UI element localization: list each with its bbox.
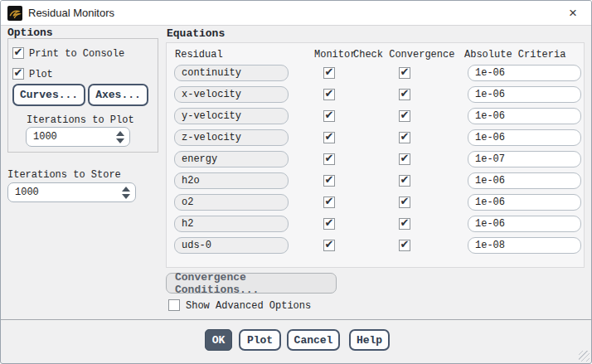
monitor-checkbox[interactable]: ✔ xyxy=(323,240,335,251)
curves-button[interactable]: Curves... xyxy=(12,84,85,106)
plot-option-label: Plot xyxy=(29,69,53,80)
check-icon: ✔ xyxy=(325,153,334,163)
equations-panel: Residual Monitor Check Convergence Absol… xyxy=(166,42,585,268)
residual-name-field: x-velocity xyxy=(174,86,289,103)
equation-row: energy✔✔ xyxy=(167,151,584,167)
equations-group-label: Equations xyxy=(167,27,225,40)
close-icon[interactable]: × xyxy=(561,3,585,23)
residual-name-field: energy xyxy=(174,151,289,167)
check-convergence-checkbox[interactable]: ✔ xyxy=(399,89,410,100)
spin-down-icon[interactable] xyxy=(122,194,130,199)
iterations-to-store-label: Iterations to Store xyxy=(7,169,121,181)
equation-row: uds-0✔✔ xyxy=(167,237,584,254)
check-convergence-checkbox[interactable]: ✔ xyxy=(399,240,410,251)
iterations-to-store-spinner xyxy=(7,182,136,202)
iterations-to-store-input[interactable] xyxy=(8,187,120,198)
monitor-checkbox[interactable]: ✔ xyxy=(323,67,335,79)
residual-monitors-dialog: Residual Monitors × Options ✔ Print to C… xyxy=(0,0,592,364)
residual-name-field: h2o xyxy=(174,172,289,189)
equation-row: h2o✔✔ xyxy=(167,172,584,189)
check-convergence-checkbox[interactable]: ✔ xyxy=(399,153,410,165)
print-to-console-checkbox[interactable]: ✔ xyxy=(12,47,24,59)
show-advanced-options-label: Show Advanced Options xyxy=(186,300,311,312)
residual-name-field: h2 xyxy=(174,216,289,232)
check-icon: ✔ xyxy=(325,109,334,120)
check-icon: ✔ xyxy=(325,131,334,142)
check-icon: ✔ xyxy=(400,239,410,250)
monitor-checkbox[interactable]: ✔ xyxy=(323,132,335,143)
absolute-criteria-input[interactable] xyxy=(468,151,581,167)
absolute-criteria-input[interactable] xyxy=(468,65,581,81)
check-convergence-checkbox[interactable]: ✔ xyxy=(399,197,410,208)
fluent-logo-icon xyxy=(7,6,22,21)
spin-down-icon[interactable] xyxy=(116,138,124,143)
monitor-checkbox[interactable]: ✔ xyxy=(323,110,335,122)
absolute-criteria-input[interactable] xyxy=(468,86,581,103)
check-icon: ✔ xyxy=(325,88,334,99)
absolute-criteria-input[interactable] xyxy=(468,216,581,232)
ok-button[interactable]: OK xyxy=(205,329,232,351)
absolute-criteria-input[interactable] xyxy=(468,129,581,146)
equation-row: x-velocity✔✔ xyxy=(167,86,584,103)
options-group-label: Options xyxy=(7,27,53,39)
spin-up-icon[interactable] xyxy=(122,187,130,192)
cancel-button[interactable]: Cancel xyxy=(287,329,340,351)
convergence-conditions-button[interactable]: Convergence Conditions... xyxy=(166,273,337,294)
iterations-to-plot-spinner xyxy=(26,127,130,147)
check-convergence-checkbox[interactable]: ✔ xyxy=(399,218,410,230)
iterations-to-plot-label: Iterations to Plot xyxy=(27,114,134,126)
residual-name-field: o2 xyxy=(174,194,289,211)
show-advanced-options-checkbox[interactable]: ✔ xyxy=(168,299,180,311)
check-icon: ✔ xyxy=(325,174,334,185)
print-to-console-label: Print to Console xyxy=(29,48,124,60)
residual-name-field: y-velocity xyxy=(174,108,289,124)
plot-button[interactable]: Plot xyxy=(239,329,281,351)
equation-row: y-velocity✔✔ xyxy=(167,108,584,124)
check-icon: ✔ xyxy=(400,174,410,185)
check-icon: ✔ xyxy=(325,217,334,228)
plot-checkbox[interactable]: ✔ xyxy=(12,68,24,80)
equation-row: z-velocity✔✔ xyxy=(167,129,584,146)
absolute-criteria-input[interactable] xyxy=(468,172,581,189)
residual-name-field: uds-0 xyxy=(174,237,289,254)
monitor-checkbox[interactable]: ✔ xyxy=(323,153,335,165)
spinner-arrows xyxy=(114,131,129,143)
check-icon: ✔ xyxy=(325,239,334,250)
check-icon: ✔ xyxy=(400,131,410,142)
check-icon: ✔ xyxy=(400,88,410,99)
check-icon: ✔ xyxy=(400,153,410,163)
resize-grip[interactable] xyxy=(579,351,590,362)
residual-name-field: continuity xyxy=(174,65,289,81)
check-icon: ✔ xyxy=(325,66,334,77)
window-title: Residual Monitors xyxy=(28,7,114,19)
spinner-arrows xyxy=(120,187,135,199)
check-convergence-checkbox[interactable]: ✔ xyxy=(399,132,410,143)
absolute-criteria-input[interactable] xyxy=(468,194,581,211)
check-icon: ✔ xyxy=(400,217,410,228)
absolute-criteria-input[interactable] xyxy=(468,237,581,254)
check-icon: ✔ xyxy=(325,196,334,206)
check-icon: ✔ xyxy=(400,66,410,77)
check-convergence-checkbox[interactable]: ✔ xyxy=(399,110,410,122)
absolute-criteria-input[interactable] xyxy=(468,108,581,124)
check-convergence-checkbox[interactable]: ✔ xyxy=(399,175,410,187)
monitor-checkbox[interactable]: ✔ xyxy=(323,89,335,100)
axes-button[interactable]: Axes... xyxy=(88,84,148,106)
monitor-checkbox[interactable]: ✔ xyxy=(323,197,335,208)
equation-row: continuity✔✔ xyxy=(167,65,584,81)
title-bar: Residual Monitors × xyxy=(1,1,591,26)
check-convergence-checkbox[interactable]: ✔ xyxy=(399,67,410,79)
iterations-to-plot-input[interactable] xyxy=(27,131,114,143)
residual-name-field: z-velocity xyxy=(174,129,289,146)
check-icon: ✔ xyxy=(14,46,23,57)
monitor-checkbox[interactable]: ✔ xyxy=(323,218,335,230)
check-icon: ✔ xyxy=(400,109,410,120)
monitor-checkbox[interactable]: ✔ xyxy=(323,175,335,187)
equation-row: o2✔✔ xyxy=(167,194,584,211)
equation-row: h2✔✔ xyxy=(167,216,584,232)
check-icon: ✔ xyxy=(400,196,410,206)
footer-divider xyxy=(1,319,591,320)
spin-up-icon[interactable] xyxy=(116,131,124,136)
check-icon: ✔ xyxy=(14,67,23,78)
help-button[interactable]: Help xyxy=(349,329,390,351)
